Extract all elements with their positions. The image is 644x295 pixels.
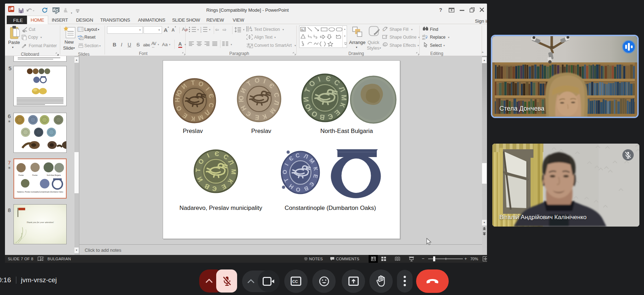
svg-text:О: О xyxy=(296,187,301,193)
svg-text:A: A xyxy=(249,26,252,30)
svg-text:Е: Е xyxy=(254,114,259,121)
svg-text:Є: Є xyxy=(212,185,217,193)
svg-text:Thank you for your attention!: Thank you for your attention! xyxy=(27,221,54,223)
svg-text:Preslav: Preslav xyxy=(18,174,24,176)
svg-text:P: P xyxy=(9,7,12,11)
svg-text:Є: Є xyxy=(214,150,219,158)
svg-text:Т: Т xyxy=(195,168,202,172)
svg-text:Preslav: Preslav xyxy=(32,174,38,176)
svg-text:Ю: Ю xyxy=(238,96,245,102)
svg-text:CC: CC xyxy=(292,279,298,284)
svg-text:О: О xyxy=(282,170,288,174)
svg-text:Н: Н xyxy=(174,98,181,102)
svg-text:И: И xyxy=(302,96,310,102)
svg-text:М: М xyxy=(230,169,237,175)
svg-text:North-East Bulgaria: North-East Bulgaria xyxy=(47,174,61,176)
svg-text:Т: Т xyxy=(191,79,195,87)
svg-text:Constantinople (Dumbarton Oaks: Constantinople (Dumbarton Oaks) xyxy=(39,191,63,193)
svg-text:ac: ac xyxy=(422,37,426,40)
svg-text:Nadarevo, Preslav municipality: Nadarevo, Preslav municipality xyxy=(17,191,39,193)
svg-text:М: М xyxy=(340,95,348,101)
svg-text:3: 3 xyxy=(200,31,202,33)
svg-text:О: О xyxy=(254,77,260,84)
